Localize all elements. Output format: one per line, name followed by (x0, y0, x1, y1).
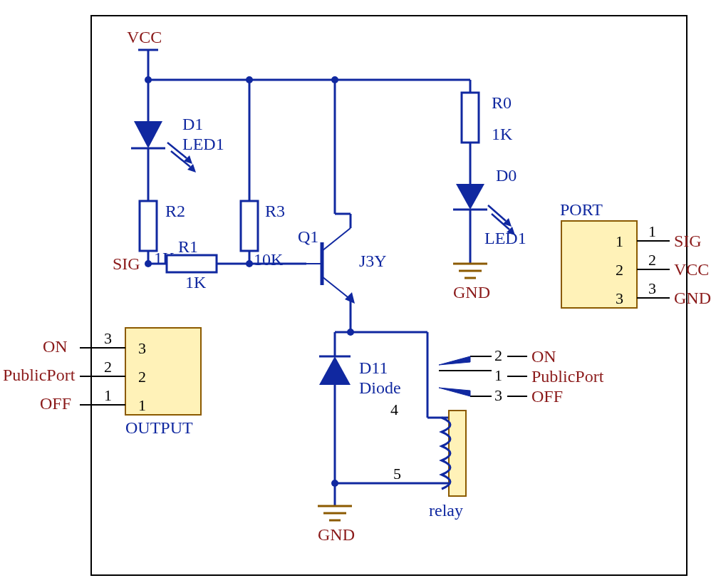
output-pin3-in: 3 (138, 339, 146, 357)
svg-point-55 (331, 480, 338, 487)
output-pin2-in: 2 (138, 368, 146, 386)
port-pin2-in: 2 (616, 261, 623, 279)
svg-line-40 (322, 277, 351, 299)
output-pin3-label: ON (43, 337, 68, 356)
vcc-label: VCC (127, 28, 162, 46)
d1-type: LED1 (182, 135, 224, 153)
relay-pin2-label: ON (531, 347, 556, 366)
r1-value: 1K (185, 273, 207, 292)
relay-name: relay (429, 501, 463, 520)
q1-part: J3Y (359, 252, 387, 270)
relay-pin3-label: OFF (531, 387, 563, 406)
output-pin3-num: 3 (104, 329, 112, 347)
output-connector (125, 328, 201, 415)
relay-pin3-num: 3 (494, 386, 502, 404)
r0-ref: R0 (492, 93, 512, 112)
relay-pin4-num: 4 (390, 401, 398, 418)
port-name: PORT (560, 200, 603, 219)
gnd-d0-label: GND (453, 283, 490, 301)
port-pin2-num: 2 (648, 251, 656, 269)
port-pin3-num: 3 (648, 279, 656, 297)
d11-ref: D11 (359, 359, 388, 377)
relay-pin5-num: 5 (393, 465, 401, 483)
port-pin3-in: 3 (616, 289, 623, 307)
port-pin1-in: 1 (616, 232, 623, 250)
gnd-d0 (453, 249, 487, 278)
output-pin2-label: PublicPort (3, 366, 76, 384)
svg-marker-9 (456, 184, 484, 210)
r3-body (241, 201, 258, 251)
r1-ref: R1 (178, 237, 198, 256)
relay-coil-body (449, 411, 466, 496)
r0-body (462, 93, 479, 143)
port-pin2-label: VCC (674, 260, 709, 279)
relay-pin2-num: 2 (494, 346, 502, 364)
output-pin2-num: 2 (104, 358, 112, 376)
d11-type: Diode (359, 378, 401, 397)
sig-left-label: SIG (113, 254, 140, 273)
relay-pin1-num: 1 (494, 366, 502, 384)
d11-diode (319, 356, 351, 385)
r2-ref: R2 (165, 202, 185, 220)
relay-pin1-label: PublicPort (531, 367, 604, 386)
gnd-main-label: GND (318, 525, 355, 544)
gnd-main (318, 492, 352, 520)
port-pin1-num: 1 (648, 222, 656, 240)
svg-line-38 (322, 228, 351, 251)
output-pin1-num: 1 (104, 386, 112, 404)
r2-body (140, 201, 157, 251)
output-pin1-in: 1 (138, 396, 146, 414)
svg-marker-49 (319, 356, 351, 385)
port-pin1-label: SIG (674, 232, 702, 250)
svg-marker-21 (134, 121, 162, 148)
d1-ref: D1 (182, 115, 203, 133)
q1-ref: Q1 (298, 227, 318, 246)
r0-value: 1K (492, 125, 513, 143)
output-name: OUTPUT (125, 418, 193, 437)
d0-ref: D0 (496, 166, 517, 185)
schematic-canvas: VCC R0 1K D0 LED1 GND D1 LED1 R2 1K SIG … (0, 0, 716, 588)
relay-contacts: 2 ON 1 PublicPort 3 OFF (439, 346, 604, 406)
port-connector (561, 221, 637, 308)
r3-value: 10K (254, 250, 284, 269)
d0-type: LED1 (484, 229, 526, 247)
r1-body (167, 255, 217, 272)
r3-ref: R3 (265, 202, 285, 220)
port-pin3-label: GND (674, 289, 711, 307)
output-pin1-label: OFF (40, 394, 71, 413)
